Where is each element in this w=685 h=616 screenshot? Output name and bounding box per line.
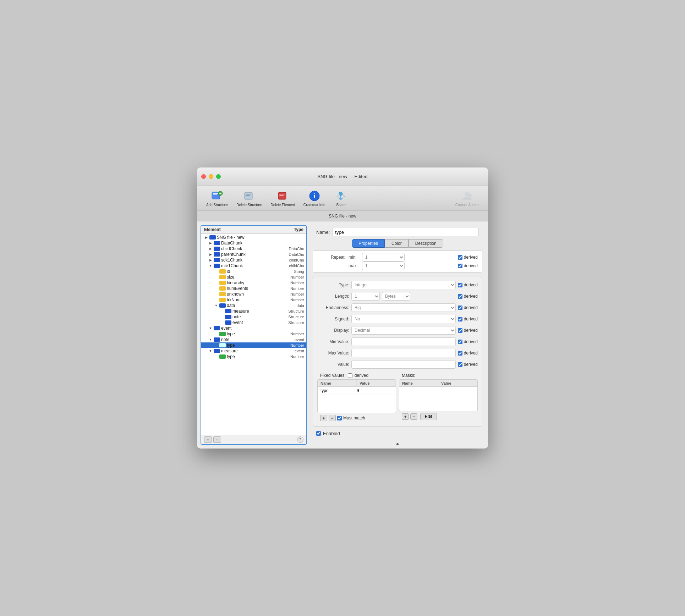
tree-item-note-top[interactable]: ▼ note event — [201, 337, 306, 342]
type-derived-checkbox[interactable] — [458, 283, 462, 287]
minval-input[interactable] — [351, 337, 456, 346]
element-icon — [219, 354, 226, 359]
grammar-info-button[interactable]: i Grammar Info — [300, 188, 329, 208]
masks-header: Masks: — [399, 372, 478, 379]
add-structure-button[interactable]: Add Structure — [203, 188, 231, 208]
repeat-min-select[interactable]: 1 — [362, 253, 405, 262]
max-derived-checkbox[interactable] — [458, 264, 462, 268]
item-name: SNG file - new — [217, 235, 306, 240]
tree-item-sdk1chunk[interactable]: ▶ sdk1Chunk childChu — [201, 257, 306, 263]
signed-derived-label: derived — [464, 317, 478, 321]
signed-derived-checkbox[interactable] — [458, 317, 462, 321]
tree-item-type-event[interactable]: type Number — [201, 331, 306, 337]
tab-description[interactable]: Description — [409, 239, 443, 248]
close-button[interactable] — [201, 174, 206, 179]
tree-item-childchunk[interactable]: ▶ childChunk DataChu — [201, 246, 306, 252]
length-derived-checkbox[interactable] — [458, 294, 462, 299]
tree-item-parentchunk[interactable]: ▶ parentChunk DataChu — [201, 252, 306, 257]
svg-rect-11 — [279, 195, 284, 196]
signed-derived: derived — [458, 317, 478, 321]
length-select[interactable]: 1 — [351, 292, 380, 301]
min-derived-checkbox[interactable] — [458, 255, 462, 260]
tree-header: Element Type — [201, 226, 306, 234]
tree-item-id[interactable]: id String — [201, 269, 306, 274]
length-unit-select[interactable]: Bytes — [382, 292, 410, 301]
fv-add-button[interactable]: + — [320, 415, 327, 421]
masks-edit-button[interactable]: Edit — [420, 413, 437, 420]
name-input[interactable] — [333, 228, 479, 236]
display-derived-checkbox[interactable] — [458, 328, 462, 333]
fv-col-name: Name — [318, 380, 357, 386]
tree-item-type-note[interactable]: type Number — [201, 342, 306, 348]
tree-item-datachunk[interactable]: ▶ DataChunk — [201, 240, 306, 246]
tree-item-trknum[interactable]: trkNum Number — [201, 297, 306, 303]
item-name: note — [221, 337, 295, 342]
value-derived-checkbox[interactable] — [458, 362, 462, 367]
tree-item-hierarchy[interactable]: hierarchy Number — [201, 280, 306, 286]
toggle-icon — [214, 269, 218, 274]
tree-item-type-measure[interactable]: type Number — [201, 354, 306, 359]
element-icon — [225, 309, 231, 313]
fixed-masks-section: Fixed Values: derived Name Value type — [317, 372, 478, 423]
tree-item-data[interactable]: ▼ data data — [201, 303, 306, 308]
tree-item-measure-data[interactable]: measure Structure — [201, 308, 306, 314]
delete-structure-button[interactable]: Delete Structure — [233, 188, 265, 208]
item-name: data — [227, 303, 297, 308]
maximize-button[interactable] — [216, 174, 221, 179]
tree-item-measure-top[interactable]: ▼ measure event — [201, 348, 306, 354]
maxval-row: Max Value: derived — [317, 349, 478, 357]
element-icon — [219, 286, 226, 291]
item-type: String — [294, 269, 306, 274]
fixed-derived-checkbox[interactable] — [348, 373, 352, 378]
element-icon — [214, 252, 220, 257]
minval-derived-checkbox[interactable] — [458, 340, 462, 344]
delete-element-button[interactable]: Delete Element — [267, 188, 298, 208]
must-match-checkbox[interactable] — [337, 416, 342, 420]
remove-item-button[interactable]: − — [213, 436, 221, 443]
signed-select[interactable]: No — [351, 315, 456, 323]
fixed-values-label: Fixed Values: — [320, 373, 346, 378]
masks-container: Masks: Name Value + — [399, 372, 478, 423]
tab-color[interactable]: Color — [385, 239, 409, 248]
masks-add-button[interactable]: + — [402, 413, 409, 420]
item-name: childChunk — [221, 246, 289, 251]
maxval-input[interactable] — [351, 349, 456, 357]
toggle-icon — [214, 281, 218, 285]
masks-remove-button[interactable]: − — [410, 413, 417, 420]
minimize-button[interactable] — [209, 174, 213, 179]
maxval-derived-checkbox[interactable] — [458, 351, 462, 356]
value-row: Value: derived — [317, 360, 478, 369]
tree-item-unknown[interactable]: unknown Number — [201, 291, 306, 297]
type-label: Type: — [317, 282, 349, 287]
tree-item-sng-root[interactable]: ▶ SNG file - new — [201, 235, 306, 240]
item-type: Number — [290, 332, 306, 336]
endianness-derived-checkbox[interactable] — [458, 306, 462, 310]
endianness-select[interactable]: Big — [351, 303, 456, 312]
tree-item-event-top[interactable]: ▼ event — [201, 325, 306, 331]
svg-text:i: i — [313, 193, 315, 199]
display-select[interactable]: Decimal — [351, 326, 456, 335]
help-button[interactable]: ? — [297, 436, 303, 443]
share-button[interactable]: Share — [330, 188, 351, 208]
min-sublabel: min: — [349, 255, 359, 260]
repeat-max-select[interactable]: 1 — [362, 262, 405, 270]
tree-item-mte1chunk[interactable]: ▼ mte1Chunk childChu — [201, 263, 306, 269]
add-icon: + — [207, 437, 209, 442]
tree-item-note-data[interactable]: note Structure — [201, 314, 306, 320]
item-type: Number — [290, 281, 306, 285]
tab-properties[interactable]: Properties — [352, 239, 385, 248]
tree-item-event-data[interactable]: event Structure — [201, 320, 306, 325]
tree-item-size[interactable]: size Number — [201, 274, 306, 280]
add-item-button[interactable]: + — [204, 436, 212, 443]
fv-remove-button[interactable]: − — [329, 415, 336, 421]
question-icon: ? — [299, 438, 301, 442]
enabled-checkbox[interactable] — [316, 431, 321, 436]
tree-item-numevents[interactable]: numEvents Number — [201, 286, 306, 291]
value-input[interactable] — [351, 360, 456, 369]
type-select[interactable]: Integer — [351, 281, 456, 289]
element-icon — [219, 281, 226, 285]
toolbar: Add Structure Delete Structure Delete — [197, 186, 488, 211]
item-type: Number — [290, 286, 306, 291]
contact-author-button[interactable]: Contact Author — [452, 188, 482, 208]
element-icon — [214, 326, 220, 330]
